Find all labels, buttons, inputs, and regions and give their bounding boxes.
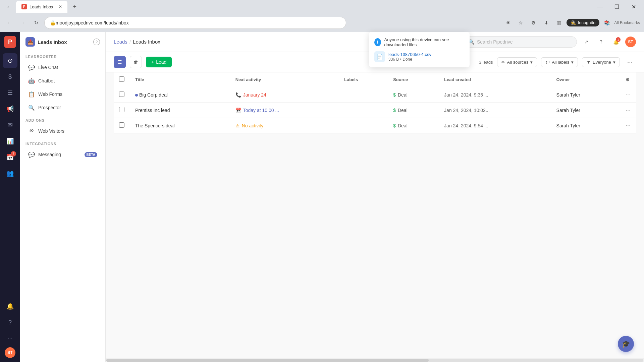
lead-title-cell[interactable]: The Spencers deal	[130, 118, 230, 133]
sidebar-item-web-forms[interactable]: 📋 Web Forms	[23, 87, 103, 101]
more-icon: ···	[7, 335, 12, 342]
mail-icon: ✉	[8, 121, 13, 129]
list-view-button[interactable]: ☰	[114, 56, 126, 68]
download-icon[interactable]: ⬇	[541, 17, 552, 28]
nav-item-calendar[interactable]: 📅 7	[3, 150, 17, 165]
web-visitors-icon: 👁	[28, 128, 35, 134]
web-forms-icon: 📋	[28, 91, 35, 98]
table-body: Big Corp deal📞January 24$DealJan 24, 202…	[114, 87, 636, 133]
select-all-checkbox[interactable]	[119, 76, 124, 82]
lead-title-cell[interactable]: Big Corp deal	[130, 87, 230, 103]
column-settings-header[interactable]: ⚙	[620, 72, 636, 87]
user-avatar[interactable]: ST	[5, 347, 15, 358]
header-avatar[interactable]: ST	[625, 37, 636, 47]
owner-chevron-icon: ▾	[613, 60, 615, 65]
window-controls: — ❐ ✕	[592, 1, 641, 12]
reload-button[interactable]: ↻	[31, 17, 42, 28]
more-options-button[interactable]: ···	[624, 56, 636, 68]
lead-created-cell: Jan 24, 2024, 9:54 ...	[439, 118, 551, 133]
header-share-icon[interactable]: ↗	[581, 37, 592, 47]
row-actions-cell[interactable]: ···	[620, 118, 636, 133]
horizontal-scrollbar[interactable]	[106, 358, 644, 362]
web-forms-label: Web Forms	[38, 92, 62, 97]
download-item: 📄 leads-13870650-4.csv 336 B • Done	[374, 51, 464, 62]
row-checkbox-1[interactable]	[119, 107, 124, 112]
nav-item-home[interactable]: ⊙	[3, 53, 17, 68]
source-column-header[interactable]: Source	[388, 72, 439, 87]
title-column-header[interactable]: Title	[130, 72, 230, 87]
nav-item-deals[interactable]: $	[3, 69, 17, 84]
app-logo[interactable]: P	[4, 36, 16, 48]
select-all-header[interactable]	[114, 72, 130, 87]
row-actions-cell[interactable]: ···	[620, 103, 636, 118]
scrollbar-thumb[interactable]	[106, 359, 429, 362]
header-notification-icon[interactable]: 🔔 1	[610, 37, 621, 47]
labels-cell	[339, 118, 388, 133]
owner-filter-label: Everyone	[593, 60, 611, 65]
leads-table: Title Next activity Labels Source Lead c…	[114, 72, 636, 133]
owner-filter[interactable]: ▼ Everyone ▾	[582, 57, 620, 67]
breadcrumb: Leads / Leads Inbox	[114, 39, 160, 45]
nav-item-more[interactable]: ···	[3, 331, 17, 346]
search-bar[interactable]: 🔍 Search Pipedrive	[463, 36, 577, 48]
forward-button[interactable]: →	[17, 17, 28, 28]
minimize-button[interactable]: —	[592, 1, 608, 12]
lead-created-cell: Jan 24, 2024, 9:35 ...	[439, 87, 551, 103]
labels-column-header[interactable]: Labels	[339, 72, 388, 87]
incognito-button[interactable]: 🕵 Incognito	[567, 19, 600, 26]
bookmark-icon[interactable]: ☆	[516, 17, 526, 28]
browser-tab-active[interactable]: P Leads Inbox ✕	[16, 1, 67, 13]
nav-item-help[interactable]: ?	[3, 315, 17, 330]
tab-close-button[interactable]: ✕	[59, 4, 62, 9]
new-tab-button[interactable]: +	[70, 2, 79, 11]
all-labels-filter[interactable]: 🏷 All labels ▾	[541, 57, 578, 67]
content-header-right: 🔍 Search Pipedrive ↗ ? 🔔 1 ST	[463, 36, 636, 48]
sidebar-help-button[interactable]: ?	[93, 39, 100, 45]
sidebar-item-web-visitors[interactable]: 👁 Web Visitors	[23, 124, 103, 138]
nav-item-reports[interactable]: 📊	[3, 134, 17, 148]
tab-nav-prev[interactable]: ‹	[3, 1, 13, 12]
row-checkbox-2[interactable]	[119, 122, 124, 128]
nav-item-notifications[interactable]: 🔔	[3, 299, 17, 314]
sidebar: 📥 Leads Inbox ? LEADBOOSTER 💬 Live Chat …	[20, 32, 106, 362]
next-activity-cell: 📅Today at 10:00 ...	[230, 103, 339, 118]
sidebar-item-messaging[interactable]: 💬 Messaging BETA	[23, 148, 103, 161]
nav-item-campaigns[interactable]: 📢	[3, 102, 17, 116]
archive-button[interactable]: 🗑	[130, 56, 142, 68]
maximize-button[interactable]: ❐	[609, 1, 625, 12]
add-lead-button[interactable]: + Lead	[146, 57, 172, 67]
address-bar[interactable]: 🔒 moodjoy.pipedrive.com/leads/inbox	[44, 17, 346, 29]
row-more-button[interactable]: ···	[626, 91, 631, 98]
nav-item-activities[interactable]: ☰	[3, 85, 17, 100]
header-help-icon[interactable]: ?	[596, 37, 606, 47]
next-activity-column-header[interactable]: Next activity	[230, 72, 339, 87]
lead-created-value: Jan 24, 2024, 10:02...	[444, 108, 489, 113]
owner-column-header[interactable]: Owner	[551, 72, 620, 87]
row-checkbox-0[interactable]	[119, 92, 124, 97]
nav-item-mail[interactable]: ✉	[3, 118, 17, 132]
row-actions-cell[interactable]: ···	[620, 87, 636, 103]
sidebar-item-prospector[interactable]: 🔍 Prospector	[23, 101, 103, 114]
app-container: P ⊙ $ ☰ 📢 ✉ 📊 📅 7 👥 🔔	[0, 32, 644, 362]
eye-slash-icon[interactable]: 👁	[503, 17, 514, 28]
download-file-name[interactable]: leads-13870650-4.csv	[388, 52, 431, 57]
nav-item-contacts[interactable]: 👥	[3, 166, 17, 181]
close-button[interactable]: ✕	[626, 1, 641, 12]
help-float-button[interactable]: 🎓	[618, 336, 634, 352]
lead-title-cell[interactable]: Prentiss Inc lead	[130, 103, 230, 118]
sidebar-item-live-chat[interactable]: 💬 Live Chat	[23, 61, 103, 74]
row-more-button[interactable]: ···	[626, 122, 631, 129]
sidebar-icon[interactable]: ▥	[554, 17, 565, 28]
bookmarks-sidebar-icon[interactable]: 📚	[601, 17, 612, 28]
breadcrumb-parent[interactable]: Leads	[114, 39, 127, 45]
all-bookmarks-label: All Bookmarks	[614, 20, 640, 25]
row-more-button[interactable]: ···	[626, 107, 631, 113]
back-button[interactable]: ←	[4, 17, 15, 28]
source-cell: $Deal	[388, 118, 439, 133]
all-sources-filter[interactable]: ✏ All sources ▾	[497, 57, 537, 67]
lead-created-column-header[interactable]: Lead created	[439, 72, 551, 87]
filter-pencil-icon: ✏	[501, 60, 505, 65]
source-value: $Deal	[393, 92, 433, 98]
sidebar-item-chatbot[interactable]: 🤖 Chatbot	[23, 74, 103, 87]
extensions-icon[interactable]: ⚙	[528, 17, 539, 28]
